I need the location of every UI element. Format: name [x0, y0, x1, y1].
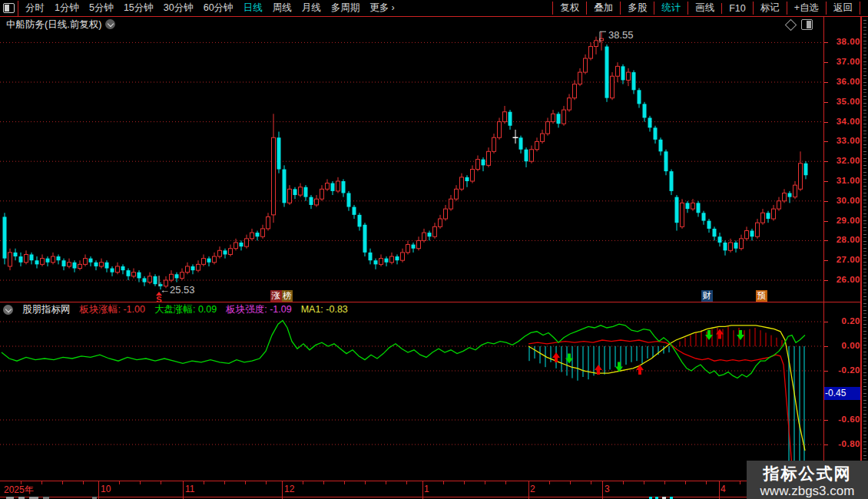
minor-tick: [570, 481, 571, 484]
month-separator: [422, 481, 423, 497]
month-separator: [183, 481, 184, 497]
indicator-axis-label: -0.20: [825, 365, 860, 375]
indicator-sub-chart[interactable]: [0, 315, 823, 481]
indicator-field: 板块强度: -1.09: [226, 303, 291, 316]
menu-item-月线[interactable]: 月线: [302, 2, 321, 15]
event-badge-cai[interactable]: 财: [701, 290, 713, 302]
minor-tick: [140, 481, 141, 484]
minor-tick: [443, 481, 444, 484]
date-label: 3: [605, 484, 610, 494]
watermark-url: www.zbgs3.com: [747, 484, 868, 499]
minor-tick: [664, 481, 665, 484]
minor-tick: [204, 481, 204, 484]
price-axis-label: 27.00: [825, 255, 860, 264]
minor-tick: [386, 481, 386, 484]
stock-title-label: 中船防务(日线.前复权): [6, 19, 101, 30]
event-badge-yu[interactable]: 预: [756, 290, 767, 302]
sell-down-arrow: [737, 330, 744, 340]
menu-item-15分钟[interactable]: 15分钟: [124, 2, 154, 15]
event-badge-char: 榜: [282, 290, 293, 302]
menu-item-5分钟[interactable]: 5分钟: [89, 2, 114, 15]
toolbar-item-画线[interactable]: 画线: [687, 2, 721, 15]
menu-item-1分钟[interactable]: 1分钟: [55, 2, 79, 15]
minor-tick: [485, 481, 485, 484]
watermark-title: 指标公式网: [747, 463, 868, 484]
main-candlestick-chart[interactable]: 38.55←25.53: [0, 29, 823, 302]
price-axis-label: 37.00: [825, 57, 860, 66]
month-separator: [98, 481, 99, 497]
indicator-axis-label: -0.80: [825, 439, 860, 448]
minor-tick: [685, 481, 686, 484]
event-badge-zhangbang[interactable]: 涨榜: [270, 290, 293, 302]
menu-item-60分钟[interactable]: 60分钟: [204, 2, 234, 15]
top-menu-bar: 分时1分钟5分钟15分钟30分钟60分钟日线周线月线多周期更多 › 复权叠加多股…: [0, 0, 868, 17]
minor-tick: [549, 481, 550, 484]
menu-item-更多 ›[interactable]: 更多 ›: [369, 2, 395, 15]
minor-tick: [706, 481, 707, 484]
minor-tick: [644, 481, 644, 484]
indicator-axis-label: 0.00: [825, 341, 860, 350]
trading-app-window: 分时1分钟5分钟15分钟30分钟60分钟日线周线月线多周期更多 › 复权叠加多股…: [0, 0, 868, 499]
indicator-axis-label: 0.20: [825, 316, 860, 326]
layout-toggle-button[interactable]: [0, 1, 18, 16]
svg-text:38.55: 38.55: [608, 29, 634, 41]
minor-tick: [245, 481, 246, 484]
minor-tick: [323, 481, 324, 484]
minor-tick: [464, 481, 465, 484]
price-axis-label: 38.00: [825, 37, 860, 46]
collapse-chevron-icon[interactable]: [3, 305, 13, 315]
minor-tick: [303, 481, 303, 484]
minor-tick: [119, 481, 120, 484]
date-label: 10: [101, 484, 111, 494]
tools-menu: 复权叠加多股统计画线F10标记+自选返回: [552, 0, 860, 16]
menu-item-周线[interactable]: 周线: [273, 2, 292, 15]
date-label: 12: [284, 484, 294, 494]
watermark: 指标公式网 www.zbgs3.com: [747, 461, 868, 499]
menu-item-日线[interactable]: 日线: [244, 2, 263, 15]
date-axis: 2025年1011121234: [0, 481, 860, 497]
date-label: 4: [721, 484, 726, 494]
minor-tick: [740, 481, 740, 484]
indicator-field: 板块涨幅: -1.00: [80, 303, 145, 316]
minor-tick: [505, 481, 506, 484]
price-axis-label: 35.00: [825, 97, 860, 106]
date-label: 11: [185, 484, 194, 494]
indicator-source-label: 股朋指标网: [22, 303, 71, 316]
toolbar-item-叠加[interactable]: 叠加: [586, 2, 620, 15]
svg-text:←25.53: ←25.53: [160, 284, 195, 296]
minor-tick: [62, 481, 63, 484]
mini-map-strip[interactable]: [861, 17, 868, 499]
mini-map-thumbnail: [863, 20, 866, 496]
toolbar-item-统计[interactable]: 统计: [654, 2, 687, 15]
minor-tick: [161, 481, 161, 484]
menu-item-多周期[interactable]: 多周期: [331, 2, 360, 15]
toolbar-item-+自选[interactable]: +自选: [787, 2, 826, 15]
indicator-axis-label: -0.60: [825, 415, 860, 424]
indicator-header: 股朋指标网 板块涨幅: -1.00大盘涨幅: 0.09板块强度: -1.09MA…: [3, 303, 348, 316]
price-axis-label: 34.00: [825, 117, 860, 126]
panel-toggle-icon[interactable]: [801, 19, 813, 30]
price-axis-label: 32.00: [825, 156, 860, 165]
menu-item-30分钟[interactable]: 30分钟: [164, 2, 194, 15]
chevron-down-icon[interactable]: [105, 19, 115, 29]
toolbar-item-标记[interactable]: 标记: [753, 2, 787, 15]
toolbar-item-返回[interactable]: 返回: [826, 2, 860, 15]
minor-tick: [266, 481, 267, 484]
month-separator: [602, 481, 603, 497]
toolbar-item-F10[interactable]: F10: [721, 3, 753, 14]
period-menu: 分时1分钟5分钟15分钟30分钟60分钟日线周线月线多周期更多 ›: [25, 2, 395, 15]
toolbar-item-复权[interactable]: 复权: [552, 2, 586, 15]
minor-tick: [591, 481, 591, 484]
toolbar-item-多股[interactable]: 多股: [620, 2, 654, 15]
price-axis-label: 28.00: [825, 235, 860, 244]
current-value-badge: -0.45: [823, 387, 860, 400]
menu-item-分时[interactable]: 分时: [25, 2, 45, 15]
price-axis-label: 30.00: [825, 196, 860, 205]
month-separator: [528, 481, 529, 497]
month-separator: [719, 481, 720, 497]
minor-tick: [41, 481, 42, 484]
date-label: 2: [530, 484, 535, 494]
event-badge-char: 涨: [270, 290, 282, 302]
minor-tick: [623, 481, 624, 484]
split-window-icon: [3, 3, 15, 13]
